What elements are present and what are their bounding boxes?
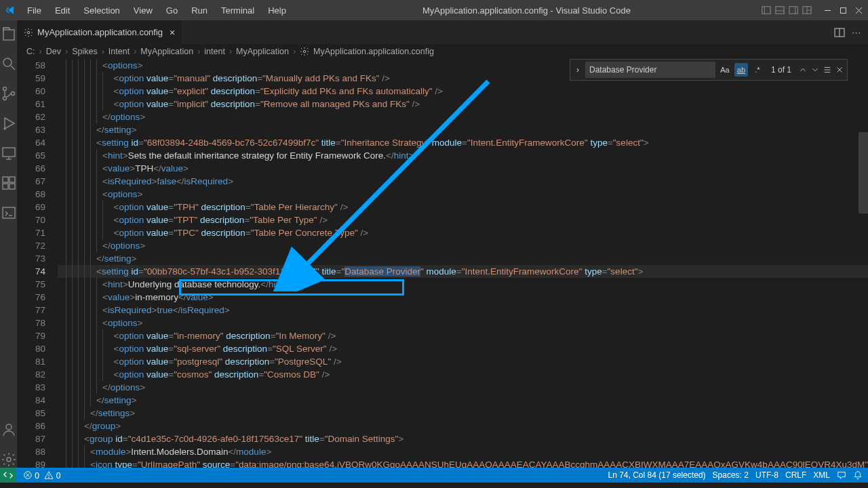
gear-icon[interactable] bbox=[1, 451, 17, 468]
account-icon[interactable] bbox=[1, 422, 17, 438]
breadcrumb-segment[interactable]: Spikes bbox=[72, 47, 98, 56]
panel-layout-controls bbox=[762, 5, 812, 15]
code-content[interactable]: <options> <option value="manual" descrip… bbox=[58, 59, 868, 468]
panel-left-icon[interactable] bbox=[762, 5, 771, 15]
regex-toggle[interactable]: .* bbox=[751, 63, 764, 77]
close-icon[interactable]: × bbox=[170, 27, 175, 38]
svg-point-32 bbox=[303, 50, 306, 53]
breadcrumb-segment[interactable]: MyApplication bbox=[236, 47, 289, 56]
menu-run[interactable]: Run bbox=[186, 3, 213, 18]
svg-rect-25 bbox=[9, 184, 15, 189]
whole-word-toggle[interactable]: ab bbox=[734, 63, 748, 77]
extensions-icon[interactable] bbox=[1, 175, 17, 191]
vscode-logo-icon bbox=[5, 5, 16, 16]
gear-icon bbox=[24, 28, 33, 37]
svg-line-14 bbox=[11, 66, 15, 70]
language-status[interactable]: XML bbox=[813, 470, 830, 480]
svg-rect-24 bbox=[3, 184, 8, 189]
breadcrumb-segment[interactable]: intent bbox=[204, 47, 225, 56]
gear-icon bbox=[300, 47, 309, 56]
svg-point-16 bbox=[3, 97, 6, 100]
close-icon[interactable] bbox=[855, 7, 863, 14]
search-icon[interactable] bbox=[1, 56, 17, 72]
next-match-icon[interactable] bbox=[810, 65, 820, 75]
main-menu: FileEditSelectionViewGoRunTerminalHelp bbox=[22, 3, 292, 18]
svg-point-43 bbox=[49, 477, 50, 478]
svg-rect-22 bbox=[3, 177, 8, 182]
svg-point-29 bbox=[27, 31, 30, 34]
eol-status[interactable]: CRLF bbox=[785, 470, 806, 480]
svg-rect-19 bbox=[3, 148, 15, 157]
svg-point-17 bbox=[11, 92, 14, 96]
line-gutter: 5859606162636465666768697071727374757677… bbox=[17, 59, 58, 468]
breadcrumb-segment[interactable]: C: bbox=[26, 47, 35, 56]
svg-point-13 bbox=[3, 58, 12, 66]
menu-selection[interactable]: Selection bbox=[78, 3, 125, 18]
tab-config[interactable]: MyApplication.application.config × bbox=[17, 20, 182, 44]
find-widget: › Aa ab .* 1 of 1 bbox=[570, 59, 848, 81]
breadcrumb-segment[interactable]: MyApplication.application.config bbox=[313, 47, 434, 56]
breadcrumb-segment[interactable]: Intent bbox=[108, 47, 130, 56]
find-input[interactable] bbox=[585, 62, 715, 78]
encoding-status[interactable]: UTF-8 bbox=[755, 470, 778, 480]
indent-status[interactable]: Spaces: 2 bbox=[713, 470, 749, 480]
highlight-box bbox=[179, 279, 404, 296]
remote-explorer-icon[interactable] bbox=[1, 145, 17, 161]
layout-icon[interactable] bbox=[802, 5, 812, 15]
menu-go[interactable]: Go bbox=[161, 3, 183, 18]
menu-terminal[interactable]: Terminal bbox=[216, 3, 260, 18]
match-case-toggle[interactable]: Aa bbox=[718, 63, 732, 77]
window-title: MyApplication.application.config - Visua… bbox=[292, 5, 762, 16]
panel-right-icon[interactable] bbox=[789, 5, 798, 15]
scrollbar-vertical[interactable] bbox=[859, 85, 868, 478]
find-in-selection-icon[interactable] bbox=[823, 65, 832, 75]
scrollbar-thumb[interactable] bbox=[859, 132, 868, 214]
svg-rect-4 bbox=[789, 7, 797, 14]
prev-match-icon[interactable] bbox=[798, 65, 808, 75]
svg-point-27 bbox=[6, 424, 12, 430]
svg-rect-23 bbox=[9, 177, 15, 182]
find-result-count: 1 of 1 bbox=[767, 65, 795, 75]
menu-help[interactable]: Help bbox=[262, 3, 292, 18]
menu-edit[interactable]: Edit bbox=[50, 3, 75, 18]
svg-rect-2 bbox=[776, 7, 784, 14]
close-icon[interactable] bbox=[835, 65, 844, 75]
breadcrumb[interactable]: C:›Dev›Spikes›Intent›MyApplication›inten… bbox=[17, 44, 868, 59]
explorer-icon[interactable] bbox=[1, 26, 17, 42]
breadcrumb-segment[interactable]: MyApplication bbox=[140, 47, 193, 56]
status-bar: 0 0 Ln 74, Col 84 (17 selected) Spaces: … bbox=[0, 468, 868, 483]
status-problems[interactable]: 0 0 bbox=[23, 470, 60, 481]
terminal-panel-icon[interactable] bbox=[1, 205, 17, 221]
tab-label: MyApplication.application.config bbox=[37, 27, 163, 37]
svg-rect-0 bbox=[762, 7, 770, 14]
svg-point-15 bbox=[3, 87, 6, 91]
panel-bottom-icon[interactable] bbox=[775, 5, 785, 15]
cursor-position[interactable]: Ln 74, Col 84 (17 selected) bbox=[608, 470, 706, 480]
feedback-icon[interactable] bbox=[837, 470, 846, 480]
chevron-right-icon[interactable]: › bbox=[573, 65, 583, 75]
menu-file[interactable]: File bbox=[22, 3, 47, 18]
split-editor-icon[interactable] bbox=[834, 27, 845, 38]
run-debug-icon[interactable] bbox=[1, 115, 17, 131]
activity-bar bbox=[0, 20, 17, 468]
menu-view[interactable]: View bbox=[128, 3, 158, 18]
maximize-icon[interactable] bbox=[840, 7, 847, 14]
breadcrumb-segment[interactable]: Dev bbox=[46, 47, 61, 56]
editor: MyApplication.application.config × ··· C… bbox=[17, 20, 868, 468]
svg-point-28 bbox=[7, 458, 11, 462]
minimize-icon[interactable] bbox=[824, 7, 831, 14]
svg-rect-10 bbox=[841, 7, 846, 13]
more-actions-icon[interactable]: ··· bbox=[852, 27, 861, 37]
remote-indicator[interactable] bbox=[0, 468, 16, 483]
source-control-icon[interactable] bbox=[1, 85, 17, 102]
svg-rect-26 bbox=[3, 207, 15, 218]
